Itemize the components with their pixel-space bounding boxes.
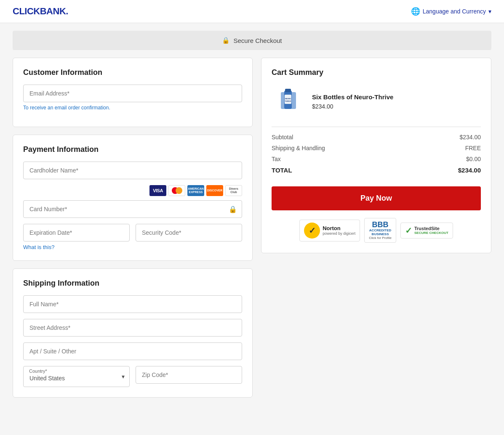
payment-info-title: Payment Information xyxy=(23,145,242,154)
full-name-group xyxy=(23,295,242,313)
total-value: $234.00 xyxy=(458,167,481,174)
subtotal-label: Subtotal xyxy=(272,134,293,141)
country-label: Country* xyxy=(29,369,47,374)
bbb-logo: BBB xyxy=(372,221,389,228)
secure-checkout-banner: 🔒 Secure Checkout xyxy=(13,31,491,50)
main-content: Customer Information To receive an email… xyxy=(0,58,504,410)
product-price: $234.00 xyxy=(312,103,393,110)
product-info: Six Bottles of Neuro-Thrive $234.00 xyxy=(312,93,393,110)
cart-divider xyxy=(272,127,481,127)
email-group: To receive an email order confirmation. xyxy=(23,85,242,111)
customer-info-title: Customer Information xyxy=(23,68,242,77)
security-code-input[interactable] xyxy=(136,224,242,241)
product-image: NEURO THRIVE xyxy=(272,85,305,118)
full-name-input[interactable] xyxy=(23,295,242,313)
discover-icon: DISCOVER xyxy=(206,185,223,196)
chevron-down-icon: ▾ xyxy=(488,8,491,15)
cardholder-name-input[interactable] xyxy=(23,162,242,179)
svg-text:THRIVE: THRIVE xyxy=(285,100,291,102)
trusted-sub: SECURE CHECKOUT xyxy=(414,231,448,235)
expiration-date-input[interactable] xyxy=(23,224,130,241)
svg-rect-4 xyxy=(285,89,291,92)
shipping-info-title: Shipping Information xyxy=(23,279,242,288)
product-name: Six Bottles of Neuro-Thrive xyxy=(312,93,393,101)
bbb-accredited: ACCREDITED xyxy=(369,228,391,232)
right-column: Cart Summary NEURO xyxy=(261,58,491,398)
language-currency-button[interactable]: 🌐 Language and Currency ▾ xyxy=(411,7,491,16)
trusted-check-icon: ✓ xyxy=(405,225,412,236)
left-column: Customer Information To receive an email… xyxy=(13,58,253,398)
secure-checkout-label: Secure Checkout xyxy=(233,37,282,44)
zip-code-input[interactable] xyxy=(136,366,242,384)
zip-wrapper xyxy=(136,366,242,387)
bbb-business: BUSINESS xyxy=(372,232,389,236)
globe-icon: 🌐 xyxy=(411,7,420,16)
tax-row: Tax $0.00 xyxy=(272,156,481,162)
pay-now-button[interactable]: Pay Now xyxy=(272,186,481,210)
mastercard-icon xyxy=(168,185,185,196)
card-lock-icon: 🔒 xyxy=(229,205,237,213)
card-number-group: 🔒 xyxy=(23,200,242,218)
street-address-input[interactable] xyxy=(23,319,242,337)
norton-sub: powered by digicert xyxy=(323,231,355,236)
svg-text:NEURO: NEURO xyxy=(285,98,291,100)
logo[interactable]: CLICKBANK. xyxy=(13,6,68,17)
country-wrapper: Country* United States ▾ xyxy=(23,366,130,387)
cardholder-group xyxy=(23,162,242,179)
customer-information-card: Customer Information To receive an email… xyxy=(13,58,253,127)
shipping-information-card: Shipping Information Country* United Sta… xyxy=(13,268,253,398)
street-address-group xyxy=(23,319,242,337)
shipping-value: FREE xyxy=(465,145,481,151)
what-is-this-link[interactable]: What is this? xyxy=(23,244,54,250)
total-label: TOTAL xyxy=(272,167,292,174)
norton-check-icon: ✓ xyxy=(309,225,316,236)
tax-label: Tax xyxy=(272,156,281,162)
visa-icon: VISA xyxy=(149,185,166,196)
apt-suite-input[interactable] xyxy=(23,342,242,360)
trusted-site-badge[interactable]: ✓ TrustedSite SECURE CHECKOUT xyxy=(400,223,453,239)
shipping-row: Shipping & Handling FREE xyxy=(272,145,481,151)
trust-badges: ✓ Norton powered by digicert BBB ACCREDI… xyxy=(272,218,481,243)
card-icons-row: VISA AMERICANEXPRESS DISCOVER DinersClub xyxy=(23,185,242,196)
diners-icon: DinersClub xyxy=(225,185,242,196)
subtotal-row: Subtotal $234.00 xyxy=(272,134,481,141)
shipping-label: Shipping & Handling xyxy=(272,145,325,151)
amex-icon: AMERICANEXPRESS xyxy=(187,185,204,196)
email-hint: To receive an email order confirmation. xyxy=(23,105,242,111)
apt-suite-group xyxy=(23,342,242,360)
bbb-badge[interactable]: BBB ACCREDITED BUSINESS Click for Profil… xyxy=(364,218,396,243)
logo-click: CLICK xyxy=(13,6,40,16)
cart-summary-title: Cart Summary xyxy=(272,68,481,77)
lang-currency-label: Language and Currency xyxy=(423,8,486,15)
lock-icon: 🔒 xyxy=(222,37,230,44)
cart-summary-card: Cart Summary NEURO xyxy=(261,58,491,253)
country-zip-row: Country* United States ▾ xyxy=(23,366,242,387)
trusted-name: TrustedSite xyxy=(414,226,448,231)
payment-information-card: Payment Information VISA AMERICANEXPRESS… xyxy=(13,135,253,261)
product-row: NEURO THRIVE Six Bottles of Neuro-Thrive… xyxy=(272,85,481,118)
email-input[interactable] xyxy=(23,85,242,102)
card-number-input[interactable] xyxy=(23,200,242,218)
tax-value: $0.00 xyxy=(466,156,481,162)
logo-bank: BANK. xyxy=(40,6,68,16)
norton-badge[interactable]: ✓ Norton powered by digicert xyxy=(299,220,360,241)
subtotal-value: $234.00 xyxy=(459,134,481,141)
expiry-security-row xyxy=(23,224,242,241)
header: CLICKBANK. 🌐 Language and Currency ▾ xyxy=(0,0,504,23)
total-row: TOTAL $234.00 xyxy=(272,167,481,174)
product-bottles-image: NEURO THRIVE xyxy=(272,85,305,118)
norton-name: Norton xyxy=(323,225,355,231)
bbb-click: Click for Profile xyxy=(369,236,392,240)
